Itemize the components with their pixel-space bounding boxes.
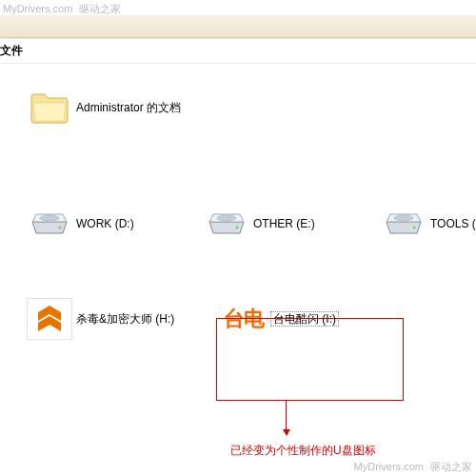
drive-label: TOOLS (F:: [430, 217, 476, 230]
svg-point-2: [217, 215, 236, 221]
explorer-window: 文件 Administrator 的文档 WORK (D:): [0, 38, 476, 455]
title-bar: [0, 15, 476, 38]
drive-work[interactable]: WORK (D:): [27, 203, 184, 245]
app-icon: [27, 298, 72, 340]
svg-point-5: [413, 227, 416, 229]
watermark-url: MyDrivers.com: [354, 461, 424, 472]
svg-point-4: [394, 215, 413, 221]
watermark-cn: 驱动之家: [79, 3, 121, 14]
drive-label: 杀毒&加密大师 (H:): [76, 312, 174, 326]
drive-anti[interactable]: 杀毒&加密大师 (H:): [27, 298, 184, 340]
folder-icon: [27, 87, 72, 129]
column-header: 文件: [0, 39, 476, 64]
watermark-cn: 驱动之家: [430, 461, 472, 472]
svg-point-3: [236, 227, 239, 229]
watermark-bottom: MyDrivers.com 驱动之家: [354, 460, 472, 474]
annotation-text: 已经变为个性制作的U盘图标: [230, 443, 376, 459]
drive-icon: [204, 203, 249, 245]
folder-admin-docs[interactable]: Administrator 的文档: [27, 87, 184, 129]
drive-other[interactable]: OTHER (E:): [204, 203, 361, 245]
svg-point-0: [40, 215, 59, 221]
icon-grid: Administrator 的文档 WORK (D:): [0, 64, 476, 476]
watermark-top: MyDrivers.com 驱动之家: [3, 2, 121, 16]
drive-icon: [27, 203, 72, 245]
folder-label: Administrator 的文档: [76, 101, 181, 114]
drive-label: WORK (D:): [76, 217, 134, 230]
drive-icon: [381, 203, 426, 245]
highlight-box: [216, 318, 404, 401]
drive-tools[interactable]: TOOLS (F:: [381, 203, 476, 245]
svg-point-1: [59, 227, 62, 229]
drive-label: OTHER (E:): [253, 217, 315, 230]
watermark-url: MyDrivers.com: [3, 3, 72, 14]
arrow-icon: [286, 401, 287, 435]
